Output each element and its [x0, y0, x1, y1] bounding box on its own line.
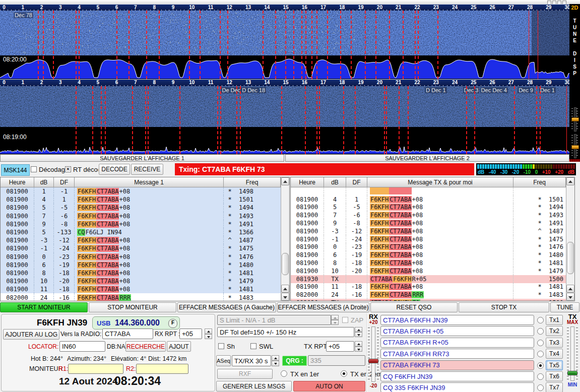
txrx-period-select[interactable]: TX/RX 30 s — [232, 355, 271, 366]
tx5-button[interactable]: Tx5 — [546, 360, 563, 370]
tx-select-radio-1[interactable] — [537, 317, 544, 323]
auto-on-button[interactable]: AUTO ON — [293, 381, 365, 391]
scroll-down-button[interactable] — [566, 293, 574, 301]
tune-button[interactable]: TUNE — [550, 302, 579, 312]
tx-select-radio-5[interactable] — [537, 362, 544, 369]
messages-table-left[interactable]: HeuredBDFMessage 1Freq 0819001-1F6KFH CT… — [0, 177, 290, 301]
zap-checkbox[interactable] — [342, 317, 348, 323]
ajouter-au-log-button[interactable]: AJOUTER AU LOG — [3, 329, 59, 340]
table-row[interactable]: 0819005-5F6KFH CT7ABA +08* 1494 — [291, 204, 566, 212]
table-row[interactable]: 081900-3-12F6KFH CT7ABA +08^ 1487 — [1, 236, 281, 244]
sh-checkbox[interactable] — [218, 343, 224, 349]
table-row[interactable]: 0819006-19F6KFH CT7ABA +08* 1480 — [1, 261, 281, 269]
rx-rpt-spinner[interactable] — [205, 329, 212, 339]
recherche-button[interactable]: RECHERCHE — [125, 341, 166, 352]
ajout-button[interactable]: AJOUT — [167, 341, 191, 352]
tx-message-input-6[interactable]: CQ F6KFH JN39 — [380, 371, 534, 381]
spectrogram-1[interactable]: Dec 78 — [0, 11, 569, 55]
scroll-down-button[interactable] — [281, 293, 289, 301]
table-row[interactable]: 0819000-23F6KFH CT7ABA +08* 1476 — [291, 243, 566, 251]
tx1-button[interactable]: Tx1 — [546, 315, 563, 325]
tx-second-radio[interactable] — [341, 370, 347, 377]
table-row[interactable]: 08190041F6KFH CT7ABA +08* 1501 — [1, 195, 281, 204]
table-row[interactable]: 0819009-8F6KFH CT7ABA +08* 1491 — [291, 219, 566, 227]
table-row[interactable]: 0819009-8F6KFH CT7ABA +08* 1491 — [1, 220, 281, 228]
table-row[interactable]: 08190011-18F6KFH CT7ABA +08* 1481 — [1, 285, 281, 293]
moniteur-r1-input[interactable] — [68, 364, 123, 374]
rxf-button[interactable]: RXF — [217, 369, 273, 379]
tx-message-input-2[interactable]: CT7ABA F6KFH +05 — [380, 326, 534, 336]
tx-rpt-value[interactable]: +05 — [326, 341, 354, 352]
effacer-messages-droite-button[interactable]: EFFACER MESSAGES (A Droite) — [277, 302, 369, 312]
df-tol-field[interactable]: DF Tol def=150 +/- 150 Hz — [217, 327, 354, 337]
stop-tx-button[interactable]: STOP TX — [459, 302, 549, 312]
txrx-period-spinner[interactable] — [272, 355, 279, 366]
table-row[interactable]: 0819005-133CQ F6GLJ IN94* 1366 — [1, 228, 281, 236]
table-row[interactable]: 08190011-18F6KFH CT7ABA +08* 1481 — [291, 283, 566, 291]
table-row[interactable]: 082030TXCT7ABA F6KFH 731500 — [291, 299, 566, 301]
generer-les-msgs-button[interactable]: GENERER LES MSGS — [216, 381, 292, 391]
disp-slider[interactable] — [571, 134, 578, 158]
waterfall-panel-2[interactable]: 0123456789101112131415161718192021222324… — [0, 79, 569, 154]
rt-decode-checkbox[interactable] — [65, 166, 71, 172]
table-row[interactable]: 081930TXCT7ABA F6KFH R+051500 — [291, 275, 566, 283]
table-row[interactable]: 0819008-18F6KFH CT7ABA +08* 1481 — [291, 259, 566, 267]
table-row[interactable]: 0819006-19F6KFH CT7ABA +08* 1480 — [291, 251, 566, 259]
table-row[interactable]: 0819008-18F6KFH CT7ABA +08* 1481 — [1, 269, 281, 277]
table-row[interactable]: 0819001-1F6KFH CT7ABA +08* 1498 — [1, 187, 281, 195]
spectrogram-2[interactable]: De Dec D Dec 18D Dec 1Dec 3Dec Dec 4Dec … — [0, 86, 569, 127]
scroll-up-button[interactable] — [281, 285, 289, 293]
table-row[interactable]: 08200024-16F6KFH CT7ABA RRR* 1483 — [1, 293, 281, 301]
tx-power-slider[interactable] — [567, 326, 578, 381]
scroll-up-button[interactable] — [281, 177, 289, 185]
table-row[interactable]: 08190010-20F6KFH CT7ABA +08* 1479 — [291, 267, 566, 275]
table-row[interactable]: 0819000-23F6KFH CT7ABA +08* 1476 — [1, 253, 281, 261]
decode-button[interactable]: DECODE — [99, 164, 130, 175]
left-table-scrollbar[interactable] — [281, 177, 289, 301]
sauvegarder-affichage-2-button[interactable]: SAUVEGARDER L'AFFICHAGE 2 — [285, 154, 569, 162]
decodage-checkbox[interactable] — [31, 166, 37, 172]
table-row[interactable]: 081900-1-24F6KFH CT7ABA +08* 1475 — [1, 244, 281, 252]
table-row[interactable]: 0819005-5F6KFH CT7ABA +08* 1494 — [1, 204, 281, 212]
mode-badge-msk144[interactable]: MSK144 — [1, 164, 30, 176]
table-row[interactable]: 08190010-20F6KFH CT7ABA +08* 1479 — [1, 277, 281, 285]
tx-message-input-3[interactable]: CT7ABA F6KFH R+05 — [380, 338, 534, 348]
radio-callsign-input[interactable]: CT7ABA — [102, 329, 153, 339]
locator-input[interactable]: IN60 — [59, 341, 105, 352]
tx3-button[interactable]: Tx3 — [546, 338, 563, 348]
tx-message-input-1[interactable]: CT7ABA F6KFH JN39 — [380, 315, 534, 325]
table-row[interactable]: 081900-3-12F6KFH CT7ABA +08^ 1487 — [291, 227, 566, 235]
swl-checkbox[interactable] — [250, 343, 256, 349]
scroll-up-button[interactable] — [566, 285, 574, 293]
tx-select-radio-6[interactable] — [537, 373, 544, 380]
scroll-thumb[interactable] — [282, 253, 289, 275]
sauvegarder-affichage-1-button[interactable]: SAUVEGARDER L'AFFICHAGE 1 — [0, 154, 284, 162]
start-moniteur-button[interactable]: START MONITEUR — [0, 302, 88, 312]
tx-rpt-spinner[interactable] — [355, 341, 362, 352]
tx4-button[interactable]: Tx4 — [546, 349, 563, 359]
table-row[interactable]: 08190041F6KFH CT7ABA +08* 1501 — [291, 195, 566, 204]
s-limit-field[interactable]: S Limit - N/A - 1 dB — [217, 315, 331, 325]
table-row[interactable]: 081900-1-24F6KFH CT7ABA +08* 1475 — [291, 235, 566, 243]
frequency-f-button[interactable]: F — [168, 319, 177, 328]
scroll-up-button[interactable] — [566, 177, 574, 185]
moniteur-r2-input[interactable] — [136, 364, 188, 374]
table-row[interactable]: 0819007-6F6KFH CT7ABA +08* 1493 — [291, 211, 566, 219]
waterfall-panel-1[interactable]: 0123456789101112131415161718192021222324… — [0, 4, 569, 79]
stop-moniteur-button[interactable]: STOP MONITEUR — [89, 302, 176, 312]
right-table-scrollbar[interactable] — [566, 177, 574, 301]
tx6-button[interactable]: Tx6 — [546, 371, 563, 381]
tx2-button[interactable]: Tx2 — [546, 326, 563, 336]
qrg-value-field[interactable]: 335 — [308, 355, 365, 366]
rx-gain-slider[interactable] — [368, 326, 379, 382]
tx7-button[interactable]: Tx7 — [546, 382, 563, 392]
tx-message-input-4[interactable]: CT7ABA F6KFH RR73 — [380, 349, 534, 359]
table-row[interactable]: F6KFH CT7ABA +08 — [291, 187, 566, 195]
mode-2d-label[interactable]: 2D — [569, 5, 580, 11]
aseq-button[interactable]: ASeq — [216, 355, 231, 366]
scroll-thumb[interactable] — [567, 242, 574, 274]
messages-table-right[interactable]: HeuredBDFMessage TX & pour moiFreq F6KFH… — [290, 177, 575, 301]
reset-qso-button[interactable]: RESET QSO — [370, 302, 458, 312]
tune-slider[interactable] — [571, 107, 578, 132]
effacer-messages-gauche-button[interactable]: EFFACER MESSAGES (A Gauche) — [177, 302, 276, 312]
